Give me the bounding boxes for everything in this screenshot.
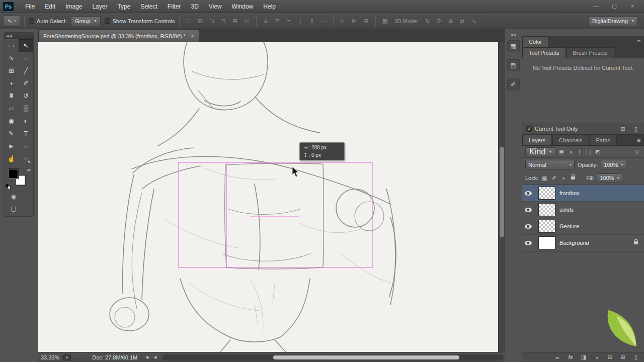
align-to-selection-icon[interactable]: ⊞ bbox=[361, 16, 371, 26]
document-tab[interactable]: ForeShorteningSource.psd @ 33.3% (frontb… bbox=[38, 30, 199, 42]
minimize-button[interactable]: — bbox=[592, 4, 601, 9]
layer-visibility-toggle[interactable] bbox=[522, 202, 534, 218]
fill-dropdown[interactable]: 100% ▾ bbox=[597, 173, 622, 183]
3d-slide-icon[interactable]: ⇄ bbox=[457, 16, 467, 26]
delete-layer-icon[interactable]: ▯ bbox=[632, 353, 640, 361]
layer-row-gesture[interactable]: Gesture bbox=[522, 218, 644, 235]
canvas[interactable]: ⇥ :288 px ↧ :0 px bbox=[38, 42, 498, 352]
menu-filter[interactable]: Filter bbox=[163, 0, 186, 13]
brush-tool[interactable]: ✐ bbox=[19, 77, 33, 89]
align-bottom-edges-icon[interactable]: ⊔ bbox=[242, 16, 252, 26]
tool-preset-picker[interactable]: ↖ ▾ bbox=[3, 16, 20, 27]
history-brush-tool[interactable]: ↺ bbox=[19, 89, 33, 102]
menu-type[interactable]: Type bbox=[112, 0, 135, 13]
panel-menu-icon[interactable]: ≣ bbox=[637, 39, 641, 44]
distribute-vertical-centers-icon[interactable]: ≣ bbox=[272, 16, 283, 26]
filter-type-layers-icon[interactable]: T bbox=[576, 148, 584, 156]
blur-tool[interactable]: ◉ bbox=[4, 115, 19, 127]
auto-align-layers-icon[interactable]: ▦ bbox=[380, 16, 390, 26]
menu-edit[interactable]: Edit bbox=[40, 0, 60, 13]
new-adjustment-layer-icon[interactable]: ◑ bbox=[593, 353, 601, 361]
layer-visibility-toggle[interactable] bbox=[522, 235, 534, 251]
type-tool[interactable]: T bbox=[19, 127, 33, 140]
hand-tool[interactable]: ☝ bbox=[4, 152, 19, 165]
scroll-left-icon[interactable]: ◀ bbox=[153, 355, 156, 359]
layer-name[interactable]: Background bbox=[559, 240, 589, 246]
workspace-switcher[interactable]: DigitalDrawing ▾ bbox=[588, 16, 638, 26]
filter-kind-dropdown[interactable]: Kind ▾ bbox=[525, 147, 555, 156]
collapsed-panel-list-icon[interactable]: ▤ bbox=[507, 59, 520, 71]
rectangular-marquee-tool[interactable]: ▭ bbox=[4, 39, 19, 52]
menu-view[interactable]: View bbox=[204, 0, 227, 13]
distribute-horizontal-centers-icon[interactable]: ‖ bbox=[307, 16, 317, 26]
layer-row-solids[interactable]: solids bbox=[522, 202, 644, 218]
align-vertical-centers-icon[interactable]: ⊞ bbox=[230, 16, 240, 26]
layer-name[interactable]: frontbox bbox=[559, 190, 580, 196]
tab-color[interactable]: Color bbox=[522, 36, 548, 47]
collapsed-panel-brush-icon[interactable]: ✐ bbox=[507, 78, 520, 90]
lock-all-icon[interactable] bbox=[569, 174, 577, 182]
menu-window[interactable]: Window bbox=[227, 0, 259, 13]
filter-shape-layers-icon[interactable]: ▢ bbox=[585, 148, 593, 156]
eyedropper-tool[interactable]: ╱ bbox=[19, 64, 33, 77]
eraser-tool[interactable]: ▱ bbox=[4, 102, 19, 115]
status-menu-arrow-icon[interactable]: ▶ bbox=[146, 355, 149, 359]
filter-pixel-layers-icon[interactable]: ▣ bbox=[557, 148, 566, 156]
spot-healing-brush-tool[interactable]: + bbox=[4, 77, 19, 89]
layer-thumbnail[interactable] bbox=[538, 220, 555, 233]
distribute-vertical-spacing-icon[interactable]: ⊪ bbox=[338, 16, 348, 26]
tab-channels[interactable]: Channels bbox=[552, 135, 589, 145]
new-group-icon[interactable]: ⊟ bbox=[606, 353, 614, 361]
default-colors-icon[interactable] bbox=[6, 184, 11, 190]
quick-mask-mode-icon[interactable]: ◉ bbox=[9, 192, 19, 201]
create-tool-preset-icon[interactable]: ⊞ bbox=[619, 125, 627, 133]
distribute-left-edges-icon[interactable]: ⋮ bbox=[295, 16, 306, 26]
layer-name[interactable]: solids bbox=[559, 207, 574, 213]
align-left-edges-icon[interactable]: ⊏ bbox=[184, 16, 194, 26]
lock-image-pixels-icon[interactable]: ✐ bbox=[550, 174, 558, 182]
3d-scale-icon[interactable]: ↘ bbox=[468, 16, 479, 26]
tab-brush-presets[interactable]: Brush Presets bbox=[567, 47, 614, 58]
lasso-tool[interactable]: ∿ bbox=[4, 52, 19, 64]
restore-button[interactable]: ▢ bbox=[610, 4, 619, 9]
gradient-tool[interactable]: ▒ bbox=[19, 102, 33, 115]
tab-tool-presets[interactable]: Tool Presets bbox=[522, 47, 566, 58]
ellipse-tool[interactable]: ○ bbox=[19, 140, 33, 152]
menu-select[interactable]: Select bbox=[135, 0, 162, 13]
layer-filtering-toggle-icon[interactable]: ▽ bbox=[633, 148, 641, 156]
layer-row-frontbox[interactable]: frontbox bbox=[522, 185, 644, 202]
panel-menu-icon[interactable]: ≣ bbox=[637, 137, 641, 143]
move-tool[interactable]: ↖ bbox=[19, 39, 33, 52]
vertical-scrollbar[interactable] bbox=[498, 42, 505, 352]
zoom-tool[interactable]: ○ bbox=[19, 152, 33, 165]
delete-tool-preset-icon[interactable]: ▯ bbox=[632, 125, 640, 133]
layer-style-icon[interactable]: fx bbox=[567, 353, 575, 361]
align-horizontal-centers-icon[interactable]: ⊟ bbox=[195, 16, 206, 26]
layer-visibility-toggle[interactable] bbox=[522, 185, 534, 201]
distribute-bottom-edges-icon[interactable]: = bbox=[284, 16, 294, 26]
path-selection-tool[interactable]: ► bbox=[4, 140, 19, 152]
distribute-top-edges-icon[interactable]: ≡ bbox=[261, 16, 271, 26]
tab-layers[interactable]: Layers bbox=[522, 135, 552, 145]
screen-mode-icon[interactable]: ▢ bbox=[9, 204, 19, 213]
auto-select-target-dropdown[interactable]: Group ▾ bbox=[71, 16, 101, 26]
new-layer-icon[interactable]: ⊞ bbox=[619, 353, 627, 361]
menu-3d[interactable]: 3D bbox=[186, 0, 203, 13]
foreground-color-swatch[interactable] bbox=[9, 169, 18, 178]
zoom-level[interactable]: 33.33% bbox=[41, 354, 59, 360]
3d-rotate-icon[interactable]: ↻ bbox=[422, 16, 433, 26]
horizontal-scrollbar-thumb[interactable] bbox=[273, 355, 459, 359]
distribute-horizontal-spacing-icon[interactable]: ⊫ bbox=[349, 16, 360, 26]
clone-stamp-tool[interactable]: ♜ bbox=[4, 89, 19, 102]
menu-image[interactable]: Image bbox=[60, 0, 87, 13]
align-top-edges-icon[interactable]: ⊓ bbox=[218, 16, 229, 26]
menu-layer[interactable]: Layer bbox=[87, 0, 112, 13]
layer-thumbnail[interactable] bbox=[538, 236, 555, 249]
filter-adjustment-layers-icon[interactable]: ◑ bbox=[567, 148, 575, 156]
menu-file[interactable]: File bbox=[20, 0, 40, 13]
3d-drag-icon[interactable]: ⊕ bbox=[445, 16, 456, 26]
dodge-tool[interactable]: ◐ bbox=[19, 115, 33, 127]
layer-row-background[interactable]: Background bbox=[522, 235, 644, 251]
align-right-edges-icon[interactable]: ⊐ bbox=[207, 16, 217, 26]
layer-thumbnail[interactable] bbox=[538, 203, 555, 216]
